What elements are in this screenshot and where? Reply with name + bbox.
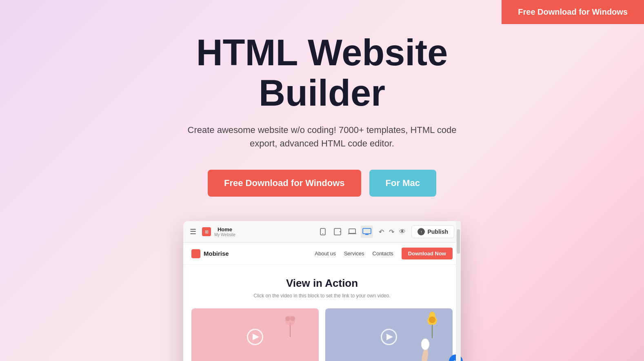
website-logo: Mobirise [191,249,229,258]
preview-icon[interactable]: 👁 [399,228,406,235]
publish-button[interactable]: ↑ Publish [411,225,454,238]
website-content: View in Action Click on the video in thi… [183,265,461,361]
svg-point-9 [290,316,295,321]
toolbar-actions: ↶ ↷ 👁 [379,228,406,236]
toolbar-page-text: Home My Website [214,226,235,237]
svg-point-15 [429,317,435,323]
mockup-window: ☰ ⊞ Home My Website [183,221,461,361]
scrollbar-track[interactable] [456,221,461,361]
svg-rect-4 [349,229,355,233]
hero-buttons: Free Download for Windows For Mac [208,170,436,197]
device-mobile-icon[interactable] [317,226,329,238]
video-card-1[interactable]: Video Description [191,308,319,361]
scrollbar-thumb [457,229,460,254]
video-thumb-1 [191,308,319,361]
mockup-wrapper: ☰ ⊞ Home My Website [183,221,461,361]
nav-services[interactable]: Services [344,250,364,257]
logo-text: Mobirise [204,250,229,257]
svg-point-3 [340,231,340,232]
website-nav-links: About us Services Contacts Download Now [315,248,453,259]
hero-subtitle: Create awesome website w/o coding! 7000+… [183,123,461,150]
play-triangle-2 [386,334,393,340]
video-thumb-2 [325,308,453,361]
play-button-1[interactable] [247,329,263,345]
page-name: Home [214,226,235,233]
top-bar: Free Download for Windows [502,0,644,24]
video-card-2[interactable]: Video Description [325,308,453,361]
top-download-windows-button[interactable]: Free Download for Windows [502,0,644,24]
toolbar-page-info: ⊞ Home My Website [202,226,311,237]
publish-icon: ↑ [417,228,425,235]
publish-label: Publish [427,228,448,235]
menu-icon[interactable]: ☰ [190,227,196,236]
redo-icon[interactable]: ↷ [389,228,394,236]
page-icon: ⊞ [202,227,211,236]
hero-section: HTML Website Builder Create awesome webs… [0,0,644,361]
svg-rect-5 [363,228,371,234]
play-triangle-1 [253,334,259,340]
mockup-toolbar: ☰ ⊞ Home My Website [183,221,461,243]
undo-icon[interactable]: ↶ [379,228,384,236]
section-subtitle: Click on the video in this block to set … [191,293,453,299]
logo-icon [191,249,200,258]
toolbar-devices [317,226,373,238]
nav-cta-button[interactable]: Download Now [402,248,453,259]
device-desktop-icon[interactable] [361,226,373,238]
hero-download-mac-button[interactable]: For Mac [369,170,436,197]
nav-contacts[interactable]: Contacts [373,250,393,257]
hero-title: HTML Website Builder [159,33,485,113]
nav-about[interactable]: About us [315,250,335,257]
site-name: My Website [214,233,235,237]
svg-point-1 [322,233,323,234]
play-button-2[interactable] [381,329,397,345]
device-tablet-icon[interactable] [331,226,344,238]
hero-download-windows-button[interactable]: Free Download for Windows [208,170,361,197]
video-grid: Video Description [191,308,453,361]
website-nav: Mobirise About us Services Contacts Down… [183,243,461,265]
section-title: View in Action [191,277,453,290]
mockup-website: Mobirise About us Services Contacts Down… [183,243,461,361]
device-laptop-icon[interactable] [346,226,358,238]
svg-point-8 [285,316,290,321]
svg-point-16 [421,339,429,350]
